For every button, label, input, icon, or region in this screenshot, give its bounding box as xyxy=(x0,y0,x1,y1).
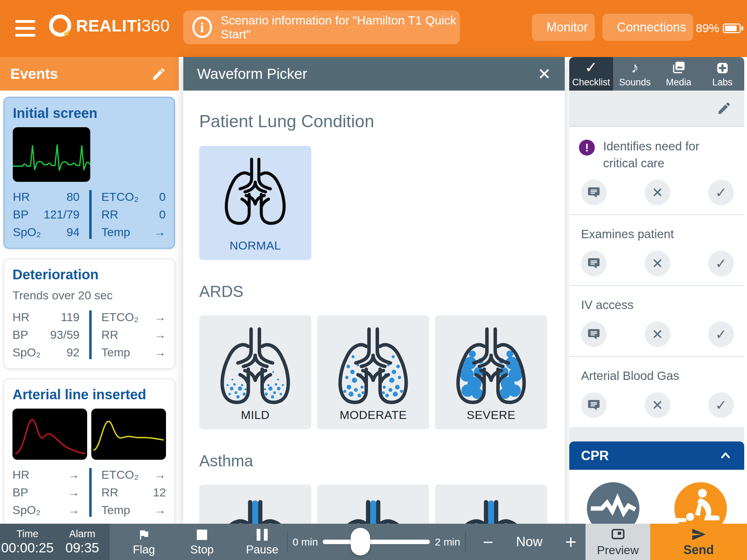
mark-incorrect-button[interactable]: ✕ xyxy=(645,321,670,347)
mark-incorrect-button[interactable]: ✕ xyxy=(645,180,670,205)
vital-label: Temp xyxy=(101,346,130,359)
lung-tile-ards-moderate[interactable]: MODERATE xyxy=(317,315,429,429)
mark-complete-button[interactable]: ✓ xyxy=(708,392,734,418)
lung-ards-mild-icon xyxy=(214,325,297,408)
ards-heading: ARDS xyxy=(199,282,549,301)
vital-trend-arrow: → xyxy=(154,503,166,517)
mark-incorrect-button[interactable]: ✕ xyxy=(645,392,670,418)
vital-label: Temp xyxy=(101,503,130,517)
event-card-initial-screen[interactable]: Initial screen HR80 BP121/79 SpO₂94 ETCO… xyxy=(3,97,175,249)
tab-sounds[interactable]: ♪ Sounds xyxy=(613,57,657,91)
lung-tile-asthma-moderate[interactable] xyxy=(317,485,429,524)
brand-suffix: 360 xyxy=(141,17,170,35)
vitals-table: HR→ BP→ SpO₂→ ETCO₂→ RR12 Temp→ xyxy=(12,468,166,517)
battery-status: 89% xyxy=(696,21,743,35)
vital-trend-arrow: → xyxy=(154,346,166,359)
slider-max-label: 2 min xyxy=(430,536,465,548)
vital-label: SpO₂ xyxy=(13,225,41,239)
vital-value: 0 xyxy=(159,208,166,221)
cpr-section-header[interactable]: CPR xyxy=(569,441,744,470)
elapsed-time: Time 00:00:25 xyxy=(0,524,55,560)
checklist-item-text: Identifies need for critical care xyxy=(603,138,734,171)
flag-icon xyxy=(137,528,150,541)
connections-button[interactable]: Connections xyxy=(602,14,693,41)
edit-events-icon[interactable] xyxy=(151,66,166,82)
lung-tile-asthma-severe[interactable] xyxy=(435,485,547,524)
tile-label: SEVERE xyxy=(467,408,516,422)
mark-complete-button[interactable]: ✓ xyxy=(708,180,734,205)
close-icon[interactable]: ✕ xyxy=(537,66,551,82)
tab-labs[interactable]: Labs xyxy=(701,57,745,91)
timeline-slider-track[interactable] xyxy=(323,540,430,544)
vital-value: 92 xyxy=(66,346,80,359)
edit-checklist-icon[interactable] xyxy=(717,101,732,116)
vital-trend-arrow: → xyxy=(154,468,166,482)
alarm-value: 09:35 xyxy=(65,540,99,556)
checklist-item-text: Examines patient xyxy=(581,225,734,242)
arterial-waveform-yellow-thumbnail xyxy=(91,409,166,460)
monitor-button[interactable]: Monitor xyxy=(532,14,595,41)
panel-tabs: ✓ Checklist ♪ Sounds Media Labs xyxy=(569,57,744,91)
slider-min-label: 0 min xyxy=(288,536,323,548)
vital-label: Temp xyxy=(101,225,130,239)
event-title: Deterioration xyxy=(12,267,166,282)
tab-checklist[interactable]: ✓ Checklist xyxy=(569,57,613,91)
lung-tile-ards-mild[interactable]: MILD xyxy=(199,315,311,429)
event-subtitle: Trends over 20 sec xyxy=(12,289,166,302)
media-icon xyxy=(671,60,686,75)
timeline-slider-thumb[interactable] xyxy=(351,528,370,556)
mark-incorrect-button[interactable]: ✕ xyxy=(645,251,670,276)
comment-button[interactable] xyxy=(581,392,607,418)
battery-icon xyxy=(723,24,741,33)
lung-tile-ards-severe[interactable]: SEVERE xyxy=(435,315,547,429)
events-header: Events xyxy=(0,57,179,91)
tab-media[interactable]: Media xyxy=(657,57,701,91)
event-card-arterial-line[interactable]: Arterial line inserted HR→ BP→ SpO₂→ ETC… xyxy=(3,379,175,524)
vital-label: HR xyxy=(12,468,29,482)
music-note-icon: ♪ xyxy=(631,60,639,75)
critical-alert-icon: ! xyxy=(579,140,595,156)
hamburger-menu-icon[interactable] xyxy=(15,20,35,37)
divider xyxy=(465,531,466,553)
lung-condition-heading: Patient Lung Condition xyxy=(199,111,549,131)
pause-button[interactable]: Pause xyxy=(236,524,288,560)
mark-complete-button[interactable]: ✓ xyxy=(708,321,734,347)
flag-button[interactable]: Flag xyxy=(118,524,170,560)
time-panel: Time 00:00:25 Alarm 09:35 xyxy=(0,524,110,560)
vital-value: 0 xyxy=(159,190,166,204)
lung-tile-normal[interactable]: NORMAL xyxy=(199,146,311,260)
alarm-time: Alarm 09:35 xyxy=(55,524,110,560)
minus-button[interactable]: − xyxy=(483,532,493,552)
vital-value: 121/79 xyxy=(44,208,80,221)
tile-label: MODERATE xyxy=(340,408,407,422)
lung-tile-asthma-mild[interactable] xyxy=(199,485,311,524)
brand-circle-icon xyxy=(49,15,71,37)
now-button[interactable]: Now xyxy=(516,534,542,549)
stop-button[interactable]: Stop xyxy=(176,524,228,560)
vital-label: ETCO₂ xyxy=(101,468,139,482)
vital-trend-arrow: → xyxy=(154,310,166,324)
modal-header: Waveform Picker ✕ xyxy=(183,57,565,91)
comment-button[interactable] xyxy=(581,321,607,347)
lung-asthma-mild-icon xyxy=(203,497,307,524)
vital-label: SpO₂ xyxy=(12,346,40,359)
preview-button[interactable]: Preview xyxy=(585,524,650,560)
comment-button[interactable] xyxy=(581,251,607,276)
event-title: Initial screen xyxy=(13,105,166,121)
mark-complete-button[interactable]: ✓ xyxy=(708,251,734,276)
scenario-info-banner[interactable]: i Scenario information for "Hamilton T1 … xyxy=(183,10,460,44)
send-label: Send xyxy=(683,543,714,557)
event-card-deterioration[interactable]: Deterioration Trends over 20 sec HR119 B… xyxy=(3,259,175,369)
stop-icon xyxy=(197,530,207,540)
send-button[interactable]: Send xyxy=(650,524,747,560)
lung-normal-icon xyxy=(219,156,292,228)
vitals-table: HR119 BP93/59 SpO₂92 ETCO₂→ RR→ Temp→ xyxy=(12,310,166,359)
flag-label: Flag xyxy=(133,543,155,556)
chevron-up-icon xyxy=(719,449,732,463)
checklist-item: Examines patient ✕ ✓ xyxy=(569,215,744,286)
plus-button[interactable]: + xyxy=(565,531,577,553)
lung-ards-severe-icon xyxy=(450,325,533,408)
modal-body: Patient Lung Condition NORMAL ARDS MILD … xyxy=(183,91,565,524)
comment-button[interactable] xyxy=(581,180,607,205)
time-label: Time xyxy=(17,528,38,540)
